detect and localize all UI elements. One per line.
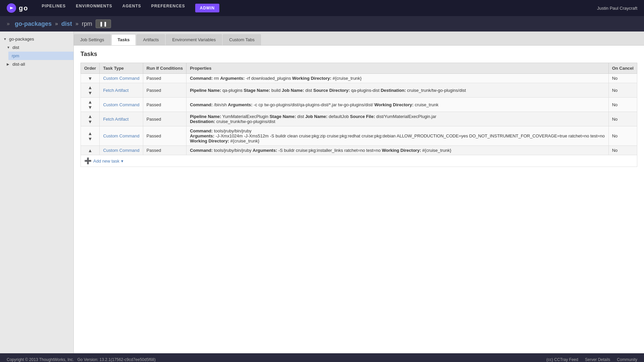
runif-cell-1: Passed <box>143 74 186 83</box>
table-header-row: Order Task Type Run If Conditions Proper… <box>81 63 637 74</box>
footer-cctray[interactable]: (cc) CCTray Feed <box>546 357 578 362</box>
task-table-body: ▼ Custom Command Passed Command: rm Argu… <box>81 74 637 167</box>
down-arrow-5[interactable]: ▼ <box>88 136 93 141</box>
nav-pipelines[interactable]: PIPELINES <box>42 4 66 12</box>
task-link-3[interactable]: Custom Command <box>103 102 139 107</box>
order-cell-5: ▲ ▼ <box>81 126 100 146</box>
tasktype-cell-2: Fetch Artifact <box>100 83 143 98</box>
order-arrows-4: ▲ ▼ <box>84 114 96 124</box>
sidebar-label-rpm: rpm <box>12 53 19 58</box>
down-arrow-1[interactable]: ▼ <box>88 76 93 81</box>
up-arrow-5[interactable]: ▲ <box>88 131 93 136</box>
tab-tasks[interactable]: Tasks <box>111 34 136 45</box>
order-cell-3: ▲ ▼ <box>81 98 100 112</box>
sidebar-toggle-distall: ▶ <box>7 62 11 66</box>
table-row: ▲ ▼ Custom Command Passed Command: tools… <box>81 126 637 146</box>
tasks-section: Tasks Order Task Type Run If Conditions … <box>74 46 644 172</box>
task-link-2[interactable]: Fetch Artifact <box>103 88 128 93</box>
properties-cell-3: Command: /bin/sh Arguments: -c cp tw-go-… <box>186 98 608 112</box>
task-link-4[interactable]: Fetch Artifact <box>103 117 128 122</box>
add-task-label: Add new task <box>93 159 119 164</box>
sidebar: ▼ go-packages ▼ dist rpm ▶ dist-all <box>0 32 74 353</box>
oncancel-cell-2: No <box>608 83 637 98</box>
top-navigation: go PIPELINES ENVIRONMENTS AGENTS PREFERE… <box>0 0 644 16</box>
oncancel-cell-3: No <box>608 98 637 112</box>
oncancel-cell-1: No <box>608 74 637 83</box>
order-cell-1: ▼ <box>81 74 100 83</box>
task-link-1[interactable]: Custom Command <box>103 76 139 81</box>
up-arrow-3[interactable]: ▲ <box>88 100 93 104</box>
task-link-5[interactable]: Custom Command <box>103 133 139 138</box>
main-layout: ▼ go-packages ▼ dist rpm ▶ dist-all Job … <box>0 32 644 353</box>
up-arrow-6[interactable]: ▲ <box>88 148 93 153</box>
properties-cell-5: Command: tools/jruby/bin/jruby Arguments… <box>186 126 608 146</box>
nav-admin[interactable]: ADMIN <box>195 4 219 12</box>
order-arrows-6: ▲ <box>84 148 96 153</box>
footer-server-details[interactable]: Server Details <box>585 357 610 362</box>
properties-cell-6: Command: tools/jruby/bin/jruby Arguments… <box>186 146 608 155</box>
up-arrow-2[interactable]: ▲ <box>88 85 93 90</box>
order-arrows-3: ▲ ▼ <box>84 100 96 110</box>
logo: go <box>7 3 28 13</box>
sidebar-label-root: go-packages <box>9 37 34 42</box>
runif-cell-5: Passed <box>143 126 186 146</box>
sidebar-item-rpm[interactable]: rpm <box>8 52 73 60</box>
order-cell-4: ▲ ▼ <box>81 112 100 126</box>
breadcrumb-bar: » go-packages » dist » rpm ❚❚ <box>0 16 644 32</box>
add-task-cell: ➕ Add new task ▾ <box>81 155 637 167</box>
down-arrow-3[interactable]: ▼ <box>88 105 93 110</box>
tab-custom-tabs[interactable]: Custom Tabs <box>223 34 261 45</box>
tasktype-cell-6: Custom Command <box>100 146 143 155</box>
sidebar-item-root[interactable]: ▼ go-packages <box>0 35 73 43</box>
breadcrumb-stage[interactable]: dist <box>61 20 72 27</box>
oncancel-cell-5: No <box>608 126 637 146</box>
order-arrows-1: ▼ <box>84 76 96 81</box>
sidebar-toggle-root: ▼ <box>3 37 7 41</box>
runif-cell-6: Passed <box>143 146 186 155</box>
tab-job-settings[interactable]: Job Settings <box>74 34 111 45</box>
footer-copyright: Copyright © 2013 ThoughtWorks, Inc. <box>7 357 74 362</box>
table-row: ▲ ▼ Custom Command Passed Command: /bin/… <box>81 98 637 112</box>
nav-agents[interactable]: AGENTS <box>122 4 141 12</box>
breadcrumb-icon: » <box>7 21 10 27</box>
tab-environment-variables[interactable]: Environment Variables <box>166 34 222 45</box>
table-row: ▼ Custom Command Passed Command: rm Argu… <box>81 74 637 83</box>
footer-community[interactable]: Community <box>617 357 637 362</box>
sidebar-item-dist[interactable]: ▼ dist <box>3 43 73 52</box>
down-arrow-2[interactable]: ▼ <box>88 90 93 95</box>
tab-artifacts[interactable]: Artifacts <box>137 34 165 45</box>
runif-cell-4: Passed <box>143 112 186 126</box>
content-area: Job Settings Tasks Artifacts Environment… <box>74 32 644 353</box>
tasks-table: Order Task Type Run If Conditions Proper… <box>80 63 637 167</box>
nav-preferences[interactable]: PREFERENCES <box>151 4 185 12</box>
th-tasktype: Task Type <box>100 63 143 74</box>
section-title: Tasks <box>80 51 637 58</box>
add-task-button[interactable]: ➕ Add new task ▾ <box>84 157 634 165</box>
down-arrow-4[interactable]: ▼ <box>88 119 93 124</box>
table-row: ▲ ▼ Fetch Artifact Passed Pipeline Name:… <box>81 112 637 126</box>
tasktype-cell-1: Custom Command <box>100 74 143 83</box>
runif-cell-3: Passed <box>143 98 186 112</box>
pause-button[interactable]: ❚❚ <box>96 19 111 28</box>
logo-icon <box>7 3 16 13</box>
footer: Copyright © 2013 ThoughtWorks, Inc. Go V… <box>0 353 644 362</box>
th-properties: Properties <box>186 63 608 74</box>
properties-cell-1: Command: rm Arguments: -rf downloaded_pl… <box>186 74 608 83</box>
th-runif: Run If Conditions <box>143 63 186 74</box>
table-row: ▲ ▼ Fetch Artifact Passed Pipeline Name:… <box>81 83 637 98</box>
tasktype-cell-4: Fetch Artifact <box>100 112 143 126</box>
user-info: Justin Paul Craycraft <box>597 6 637 11</box>
nav-environments[interactable]: ENVIRONMENTS <box>76 4 112 12</box>
order-cell-6: ▲ <box>81 146 100 155</box>
sidebar-label-dist: dist <box>12 45 19 50</box>
add-task-row: ➕ Add new task ▾ <box>81 155 637 167</box>
up-arrow-4[interactable]: ▲ <box>88 114 93 119</box>
tasktype-cell-3: Custom Command <box>100 98 143 112</box>
tasktype-cell-5: Custom Command <box>100 126 143 146</box>
th-order: Order <box>81 63 100 74</box>
sidebar-item-distall[interactable]: ▶ dist-all <box>3 60 73 68</box>
task-link-6[interactable]: Custom Command <box>103 148 139 153</box>
breadcrumb-pipeline[interactable]: go-packages <box>15 20 52 27</box>
sidebar-label-distall: dist-all <box>12 62 25 67</box>
oncancel-cell-6: No <box>608 146 637 155</box>
